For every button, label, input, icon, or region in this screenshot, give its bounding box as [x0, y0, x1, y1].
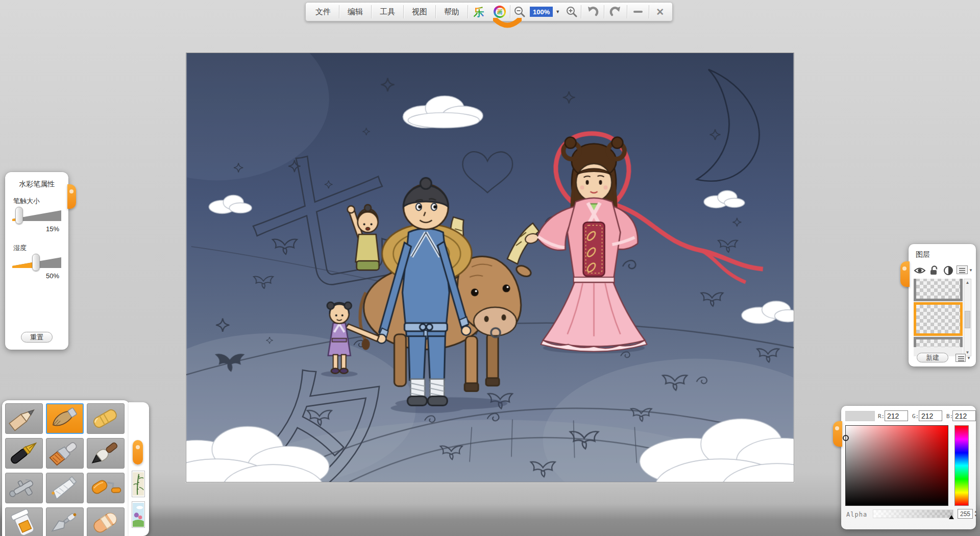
alpha-label: Alpha	[846, 511, 867, 518]
menu-tools[interactable]: 工具	[372, 4, 403, 20]
tool-pencil[interactable]	[5, 403, 43, 434]
brush-panel-collapse-handle[interactable]	[67, 184, 76, 209]
color-panel-collapse-handle[interactable]	[833, 421, 842, 447]
menu-file[interactable]: 文件	[307, 4, 339, 20]
layer-options-button[interactable]	[955, 354, 966, 362]
color-marker[interactable]	[843, 435, 849, 441]
paradise-button[interactable]: 乐	[468, 4, 489, 20]
layer-menu-arrow[interactable]: ▼	[969, 268, 973, 273]
brush-panel-title: 水彩笔属性	[5, 172, 68, 189]
redo-icon	[609, 6, 622, 18]
menu-help[interactable]: 帮助	[436, 4, 468, 20]
layer-item-1[interactable]	[914, 279, 963, 301]
minimize-button[interactable]	[627, 4, 649, 20]
r-input[interactable]	[885, 410, 908, 421]
scrollbar-thumb[interactable]	[965, 311, 970, 328]
current-color-swatch	[845, 411, 875, 421]
alpha-slider[interactable]	[873, 509, 953, 518]
canvas-artwork[interactable]: 七 夕	[186, 53, 794, 482]
layer-list	[914, 279, 963, 356]
layer-item-3[interactable]	[914, 337, 963, 347]
undo-icon	[586, 6, 599, 18]
layer-options-arrow[interactable]: ▼	[967, 356, 971, 360]
layer-scrollbar[interactable]: ▲ ▼	[964, 279, 971, 356]
saturation-value-square[interactable]	[845, 425, 948, 506]
alpha-input[interactable]	[958, 509, 973, 519]
alpha-marker[interactable]	[949, 515, 954, 519]
main-toolbar: 文件 编辑 工具 视图 帮助 乐 画 100% ▼	[305, 2, 673, 21]
canvas-frame: 七 夕	[186, 53, 794, 482]
layer-blend-icon[interactable]	[943, 265, 953, 276]
tool-airbrush[interactable]	[5, 473, 43, 503]
tool-crayon[interactable]	[87, 403, 125, 434]
layers-panel: 图层 ▼ ▲ ▼ 新建 ▼	[909, 244, 976, 367]
tool-palette-side-tab	[129, 402, 149, 536]
tool-paint-tube[interactable]	[46, 473, 84, 503]
wetness-label: 湿度	[13, 243, 27, 253]
layers-panel-collapse-handle[interactable]	[900, 261, 910, 287]
undo-button[interactable]	[581, 4, 604, 20]
zoom-in-button[interactable]	[562, 4, 581, 20]
tool-watercolor-brush[interactable]	[46, 403, 84, 434]
brush-size-slider-thumb[interactable]	[15, 207, 23, 224]
zoom-level-value[interactable]: 100%	[530, 7, 553, 17]
menu-edit[interactable]: 编辑	[339, 4, 371, 20]
alpha-spinner[interactable]: ▲▼	[973, 509, 978, 519]
color-picker-panel: R: G: B: Alpha ▲▼	[841, 406, 976, 529]
tool-eraser[interactable]	[87, 507, 125, 536]
brush-properties-panel: 水彩笔属性 笔触大小 15% 湿度 50% 重置	[5, 172, 68, 350]
tool-paint-jar[interactable]	[5, 507, 43, 536]
paradise-icon: 乐	[474, 7, 484, 17]
layer-menu-button[interactable]	[957, 265, 968, 274]
g-label: G:	[912, 413, 919, 420]
zoom-in-icon	[566, 6, 578, 18]
menu-view[interactable]: 视图	[404, 4, 435, 20]
close-icon: ✕	[656, 6, 664, 18]
bamboo-template-thumbnail[interactable]	[132, 471, 145, 497]
tool-paint-roller[interactable]	[87, 473, 125, 503]
wetness-value: 50%	[46, 272, 59, 280]
scroll-up-icon[interactable]: ▲	[964, 280, 971, 285]
zoom-out-icon	[513, 6, 526, 18]
reset-button[interactable]: 重置	[21, 332, 53, 343]
tool-palette-knife[interactable]	[46, 507, 84, 536]
redo-button[interactable]	[604, 4, 627, 20]
minimize-icon	[633, 11, 643, 13]
b-input[interactable]	[952, 410, 976, 421]
gallery-icon: 画	[494, 6, 506, 18]
g-input[interactable]	[919, 410, 942, 421]
layers-panel-title: 图层	[909, 244, 976, 259]
tool-palette-collapse-handle[interactable]	[133, 440, 143, 465]
r-label: R:	[878, 413, 885, 420]
scene-template-thumbnail[interactable]	[132, 501, 145, 528]
mascot-smile-icon	[493, 18, 522, 31]
hue-bar[interactable]	[954, 425, 969, 506]
brush-size-value: 15%	[46, 225, 59, 233]
new-layer-button[interactable]: 新建	[917, 353, 948, 362]
wetness-slider-thumb[interactable]	[32, 254, 40, 271]
tool-flat-brush[interactable]	[46, 438, 84, 469]
layer-item-2-selected[interactable]	[914, 302, 963, 336]
layer-lock-icon[interactable]	[929, 265, 940, 276]
brush-size-label: 笔触大小	[13, 197, 40, 206]
zoom-dropdown-arrow[interactable]: ▼	[553, 4, 562, 20]
close-button[interactable]: ✕	[649, 4, 671, 20]
layer-visibility-icon[interactable]	[914, 265, 926, 276]
tool-calligraphy-brush[interactable]	[87, 438, 125, 469]
tool-fountain-pen[interactable]	[5, 438, 43, 469]
